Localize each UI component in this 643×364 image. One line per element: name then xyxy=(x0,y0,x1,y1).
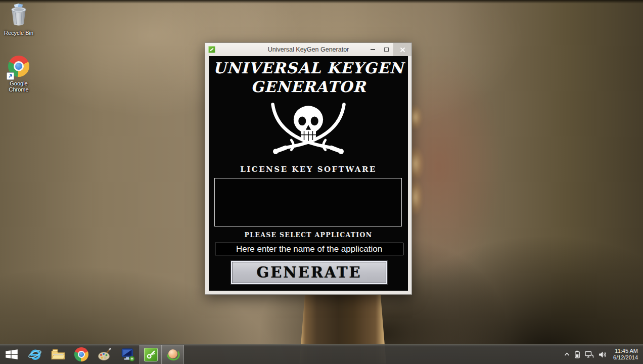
taskbar-item-downloader[interactable] xyxy=(162,345,184,364)
desktop-icon-label: Google Chrome xyxy=(0,80,37,93)
hidden-icons-chevron-icon[interactable] xyxy=(564,352,570,356)
volume-icon[interactable] xyxy=(599,351,607,358)
shortcut-arrow-icon xyxy=(7,72,14,80)
keygen-key-icon xyxy=(144,348,158,361)
tray-clock[interactable]: 11:45 AM 6/12/2014 xyxy=(611,348,638,361)
chrome-icon xyxy=(74,347,88,361)
desktop-icon-label: Recycle Bin xyxy=(0,30,37,36)
network-icon[interactable] xyxy=(585,351,594,358)
internet-explorer-icon xyxy=(27,347,42,362)
battery-icon[interactable] xyxy=(574,350,580,358)
window-content: UNIVERSAL KEYGEN GENERATOR xyxy=(209,56,408,291)
chrome-icon xyxy=(8,56,29,79)
file-explorer-icon xyxy=(51,347,66,362)
computer-icon xyxy=(120,347,135,362)
application-name-input[interactable] xyxy=(215,243,403,255)
taskbar-item-keygen[interactable] xyxy=(140,345,162,364)
keygen-app-icon xyxy=(208,46,215,53)
taskbar-item-computer[interactable] xyxy=(116,345,140,364)
orange-sphere-icon xyxy=(166,348,180,361)
taskbar-item-paint[interactable] xyxy=(93,345,116,364)
minimize-button[interactable] xyxy=(366,43,380,56)
keygen-window: Universal KeyGen Generator UNIVERSAL KEY… xyxy=(205,42,412,295)
tagline: LICENSE KEY SOFTWARE xyxy=(209,165,408,174)
windows-start-icon xyxy=(5,349,18,359)
skull-crossed-swords-icon xyxy=(261,101,356,163)
maximize-icon xyxy=(384,48,389,52)
taskbar: 11:45 AM 6/12/2014 xyxy=(0,344,643,364)
recycle-bin-icon xyxy=(8,3,29,28)
close-button[interactable] xyxy=(393,43,411,56)
paint-palette-icon xyxy=(97,347,112,362)
taskbar-item-chrome[interactable] xyxy=(70,345,93,364)
maximize-button[interactable] xyxy=(380,43,393,56)
taskbar-item-internet-explorer[interactable] xyxy=(23,345,47,364)
application-listbox[interactable] xyxy=(214,178,402,226)
tray-time: 11:45 AM xyxy=(613,348,638,355)
taskbar-item-file-explorer[interactable] xyxy=(47,345,70,364)
app-heading-line2: GENERATOR xyxy=(209,78,408,96)
start-button[interactable] xyxy=(0,345,23,364)
select-application-label: PLEASE SELECT APPLICATION xyxy=(209,231,408,239)
system-tray: 11:45 AM 6/12/2014 xyxy=(564,345,643,364)
taskbar-empty-area xyxy=(184,345,564,364)
minimize-icon xyxy=(371,49,375,50)
tray-date: 6/12/2014 xyxy=(613,354,638,361)
app-heading-line1: UNIVERSAL KEYGEN xyxy=(209,59,408,77)
generate-button[interactable]: GENERATE xyxy=(231,261,387,284)
desktop-icon-recycle-bin[interactable]: Recycle Bin xyxy=(0,3,37,36)
close-icon xyxy=(400,47,405,53)
titlebar[interactable]: Universal KeyGen Generator xyxy=(205,43,411,56)
screen: Recycle Bin Google Chrome Universal KeyG… xyxy=(0,0,643,364)
desktop-icon-google-chrome[interactable]: Google Chrome xyxy=(0,56,37,93)
